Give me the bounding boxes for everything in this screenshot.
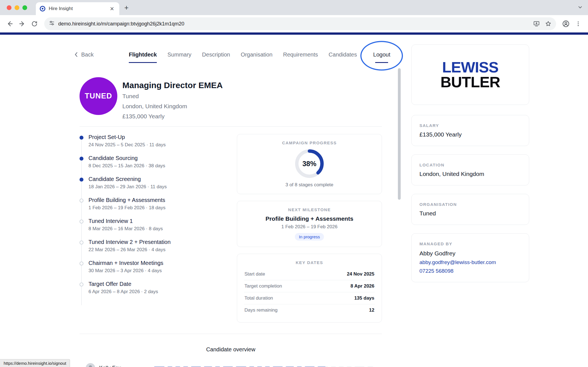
tab-close-icon[interactable]: ✕ <box>109 5 115 13</box>
new-tab-button[interactable]: + <box>124 3 129 12</box>
tab-requirements[interactable]: Requirements <box>283 50 318 59</box>
browser-status-bar: https://demo.hireinsight.io/signout <box>0 359 70 367</box>
back-chevron-icon <box>74 52 78 57</box>
browser-menu-icon[interactable] <box>573 19 583 29</box>
logo-line-1: LEWISS <box>442 60 498 75</box>
salary-card: SALARY £135,000 Yearly <box>411 115 529 146</box>
divider <box>80 334 382 334</box>
job-company: Tuned <box>122 92 223 100</box>
salary-label: SALARY <box>419 123 521 128</box>
site-settings-icon[interactable] <box>49 20 55 27</box>
stage-dot <box>80 157 83 161</box>
job-header: TUNED Managing Director EMEA Tuned Londo… <box>80 77 382 120</box>
key-date-label: Total duration <box>244 295 273 301</box>
stage-name: Target Offer Date <box>88 281 158 287</box>
logo-line-2: BUTLER <box>440 75 500 90</box>
progress-subtitle: 3 of 8 stages complete <box>244 182 375 188</box>
manager-name: Abby Godfrey <box>419 250 521 257</box>
key-date-row: Total duration 135 days <box>244 292 375 304</box>
key-dates-card: KEY DATES Start date 24 Nov 2025 Target … <box>237 254 382 323</box>
progress-donut: 38% <box>295 149 324 178</box>
tab-title: Hire Insight <box>49 6 109 11</box>
milestone-name: Profile Building + Assessments <box>244 215 375 222</box>
candidate-row[interactable]: Kelly Fox <box>80 361 382 367</box>
stage-name: Tuned Interview 1 <box>88 218 163 224</box>
tab-description[interactable]: Description <box>202 50 230 59</box>
stage-dot <box>80 283 83 286</box>
browser-tab[interactable]: Hire Insight ✕ <box>36 2 119 15</box>
key-date-value: 135 days <box>354 295 374 301</box>
tab-search-chevron-icon[interactable] <box>577 4 583 11</box>
status-badge: In progress <box>295 233 324 241</box>
progress-percent: 38% <box>295 149 324 178</box>
back-label: Back <box>81 51 94 58</box>
job-salary: £135,000 Yearly <box>122 112 223 120</box>
organisation-card: ORGANISATION Tuned <box>411 194 529 225</box>
candidate-avatar <box>86 363 95 367</box>
stage-dot <box>80 220 83 224</box>
key-date-row: Target completion 8 Apr 2026 <box>244 280 375 292</box>
scrollbar-thumb[interactable] <box>398 68 401 200</box>
window-minimize-button[interactable] <box>15 5 19 10</box>
timeline-stage: Tuned Interview 2 + Presentation 22 Mar … <box>80 239 225 253</box>
stage-dot <box>80 241 83 244</box>
stage-timeline: Project Set-Up 24 Nov 2025 – 5 Dec 2025 … <box>80 134 225 323</box>
tab-candidates[interactable]: Candidates <box>329 50 357 59</box>
key-date-value: 8 Apr 2026 <box>351 283 374 289</box>
stage-dot <box>80 136 83 140</box>
timeline-stage: Candidate Sourcing 8 Dec 2025 – 15 Jan 2… <box>80 155 225 169</box>
timeline-stage: Candidate Screening 18 Jan 2026 – 29 Jan… <box>80 176 225 190</box>
tab-flightdeck[interactable]: Flightdeck <box>129 50 157 59</box>
install-app-icon[interactable] <box>533 20 540 27</box>
timeline-stage: Target Offer Date 6 Apr 2026 – 8 Apr 202… <box>80 281 225 295</box>
window-zoom-button[interactable] <box>22 5 27 10</box>
key-date-row: Start date 24 Nov 2025 <box>244 268 375 280</box>
stage-dot <box>80 178 83 182</box>
back-icon[interactable] <box>5 19 15 29</box>
sidebar: LEWISS BUTLER SALARY £135,000 Yearly LOC… <box>411 44 529 282</box>
key-date-row: Days remaining 12 <box>244 304 375 316</box>
site-top-accent-bar <box>0 32 588 35</box>
tab-summary[interactable]: Summary <box>167 50 192 59</box>
stage-dates: 8 Dec 2025 – 15 Jan 2026 · 38 days <box>88 163 165 169</box>
campaign-progress-card: CAMPAIGN PROGRESS 38% 3 of 8 stages comp… <box>237 134 382 194</box>
key-date-label: Target completion <box>244 283 282 289</box>
stage-dates: 18 Jan 2026 – 29 Jan 2026 · 11 days <box>88 184 167 190</box>
url-text[interactable]: demo.hireinsight.io/m/campaign:btvjgogh2… <box>58 21 528 27</box>
candidate-name: Kelly Fox <box>99 365 152 367</box>
url-bar[interactable]: demo.hireinsight.io/m/campaign:btvjgogh2… <box>44 17 556 30</box>
browser-tab-strip: Hire Insight ✕ + <box>0 0 588 15</box>
lewiss-butler-logo: LEWISS BUTLER <box>411 44 529 105</box>
job-title: Managing Director EMEA <box>122 81 223 90</box>
milestone-dates: 1 Feb 2026 – 19 Feb 2026 <box>244 224 375 230</box>
stage-dates: 24 Nov 2025 – 5 Dec 2025 · 11 days <box>88 142 166 148</box>
page-content: Back Flightdeck Summary Description Orga… <box>0 35 588 367</box>
forward-icon[interactable] <box>17 19 27 29</box>
progress-card-title: CAMPAIGN PROGRESS <box>244 140 375 145</box>
bookmark-star-icon[interactable] <box>545 20 552 27</box>
milestone-card-title: NEXT MILESTONE <box>244 207 375 212</box>
stage-dates: 30 Mar 2026 – 3 Apr 2026 · 4 days <box>88 268 163 274</box>
tab-organisation[interactable]: Organisation <box>241 50 272 59</box>
window-close-button[interactable] <box>7 5 11 10</box>
divider <box>80 126 382 127</box>
profile-icon[interactable] <box>561 19 571 29</box>
key-date-label: Start date <box>244 271 265 277</box>
manager-email-link[interactable]: abby.godfrey@lewiss-butler.com <box>419 259 521 265</box>
timeline-stage: Chairman + Investor Meetings 30 Mar 2026… <box>80 260 225 274</box>
logout-button[interactable]: Logout <box>373 50 390 59</box>
key-date-value: 24 Nov 2025 <box>347 271 374 277</box>
manager-phone-link[interactable]: 07225 568098 <box>419 268 521 274</box>
managed-by-label: MANAGED BY <box>419 241 521 246</box>
site-favicon <box>40 6 45 11</box>
stage-dates: 22 Mar 2026 – 26 Mar 2026 · 4 days <box>88 247 171 253</box>
key-dates-title: KEY DATES <box>244 260 375 265</box>
organisation-value: Tuned <box>419 210 521 217</box>
back-button[interactable]: Back <box>74 51 99 58</box>
organisation-label: ORGANISATION <box>419 202 521 207</box>
next-milestone-card: NEXT MILESTONE Profile Building + Assess… <box>237 201 382 247</box>
reload-icon[interactable] <box>30 19 39 29</box>
stage-dot <box>80 199 83 203</box>
stage-name: Profile Building + Assessments <box>88 197 165 203</box>
stage-dates: 1 Feb 2026 – 19 Feb 2026 · 18 days <box>88 205 165 211</box>
